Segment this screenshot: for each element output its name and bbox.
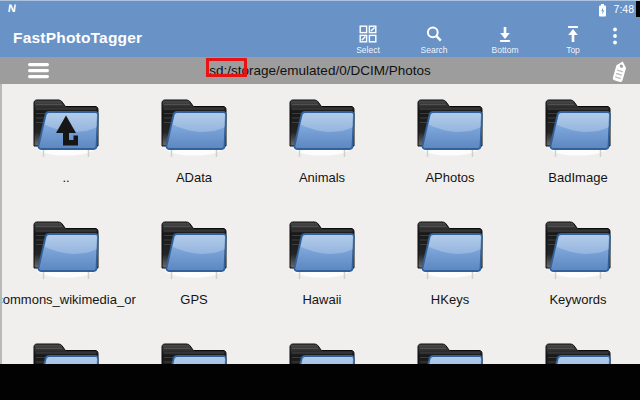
folder-row: commons_wikimedia_or GPS Hawaii HKeys Ke… — [2, 215, 640, 325]
folder-icon — [539, 337, 617, 364]
folder-item[interactable]: BadImage — [514, 93, 640, 203]
folder-item-parent[interactable]: .. — [2, 93, 130, 203]
nav-bar — [0, 364, 640, 400]
folder-icon — [411, 337, 489, 364]
folder-label: GPS — [120, 292, 268, 307]
select-button[interactable]: Select — [338, 25, 398, 55]
battery-charging-icon — [598, 3, 607, 21]
folder-item[interactable]: AData — [130, 93, 258, 203]
folder-item-partial[interactable] — [258, 337, 386, 364]
status-time: 7:48 — [614, 3, 634, 15]
folder-item[interactable]: commons_wikimedia_or — [2, 215, 130, 325]
folder-icon — [27, 93, 105, 159]
scroll-bottom-icon — [475, 25, 535, 43]
folder-icon — [283, 215, 361, 281]
top-label: Top — [543, 45, 603, 55]
folder-icon — [283, 337, 361, 364]
folder-icon — [27, 215, 105, 281]
folder-icon — [155, 215, 233, 281]
folder-icon — [155, 337, 233, 364]
scroll-to-bottom-button[interactable]: Bottom — [475, 25, 535, 55]
current-path-text[interactable]: sd:/storage/emulated/0/DCIM/Photos — [0, 63, 640, 78]
folder-label: BadImage — [504, 170, 640, 185]
red-highlight-annotation — [206, 58, 247, 77]
folder-label: AData — [120, 170, 268, 185]
folder-item[interactable]: GPS — [130, 215, 258, 325]
search-icon — [404, 25, 464, 43]
notification-n-icon: N — [7, 2, 17, 14]
folder-item-partial[interactable] — [130, 337, 258, 364]
bottom-label: Bottom — [475, 45, 535, 55]
folder-label: .. — [0, 170, 140, 185]
search-button[interactable]: Search — [404, 25, 464, 55]
folder-item-partial[interactable] — [386, 337, 514, 364]
path-bar: sd:/storage/emulated/0/DCIM/Photos — [0, 57, 640, 84]
folder-icon — [27, 337, 105, 364]
folder-icon — [539, 215, 617, 281]
overflow-menu-button[interactable] — [612, 27, 624, 45]
search-label: Search — [404, 45, 464, 55]
folder-label: Animals — [248, 170, 396, 185]
folder-label: Keywords — [504, 292, 640, 307]
folder-icon — [539, 93, 617, 159]
folder-item[interactable]: Hawaii — [258, 215, 386, 325]
parent-up-arrow-icon — [27, 93, 105, 159]
screen-corner-notch — [636, 1, 640, 17]
folder-item[interactable]: HKeys — [386, 215, 514, 325]
app-bar: N 7:48 FastPhotoTagger Select — [0, 0, 640, 57]
more-vert-icon — [612, 31, 618, 48]
select-grid-icon — [338, 25, 398, 43]
folder-item[interactable]: Keywords — [514, 215, 640, 325]
folder-icon — [155, 93, 233, 159]
scroll-top-icon — [543, 25, 603, 43]
folder-label: APhotos — [376, 170, 524, 185]
select-label: Select — [338, 45, 398, 55]
folder-icon — [411, 93, 489, 159]
folder-label: HKeys — [376, 292, 524, 307]
app-title: FastPhotoTagger — [13, 29, 142, 47]
folder-item-partial[interactable] — [514, 337, 640, 364]
folder-icon — [411, 215, 489, 281]
folder-label: Hawaii — [248, 292, 396, 307]
folder-item-partial[interactable] — [2, 337, 130, 364]
folder-item[interactable]: Animals — [258, 93, 386, 203]
folder-icon — [283, 93, 361, 159]
folder-grid: .. AData Animals APhotos BadImage — [0, 84, 640, 364]
fastphototagger-screen: N 7:48 FastPhotoTagger Select — [0, 0, 640, 400]
folder-row-partial — [2, 337, 640, 364]
folder-item[interactable]: APhotos — [386, 93, 514, 203]
scroll-to-top-button[interactable]: Top — [543, 25, 603, 55]
folder-label: commons_wikimedia_or — [0, 292, 140, 307]
folder-row: .. AData Animals APhotos BadImage — [2, 93, 640, 203]
